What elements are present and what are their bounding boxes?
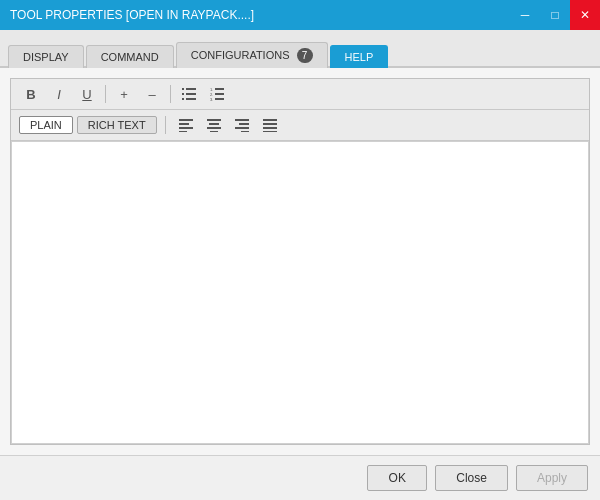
ordered-list-button[interactable]: 1. 2. 3. (205, 83, 229, 105)
main-content: B I U + – (0, 68, 600, 455)
apply-button[interactable]: Apply (516, 465, 588, 491)
underline-button[interactable]: U (75, 83, 99, 105)
svg-rect-0 (182, 88, 184, 90)
svg-rect-24 (263, 119, 277, 121)
svg-rect-11 (215, 98, 224, 100)
svg-rect-12 (179, 119, 193, 121)
svg-rect-13 (179, 123, 189, 125)
align-justify-button[interactable] (258, 114, 282, 136)
svg-rect-4 (182, 98, 184, 100)
editor-toolbar: B I U + – (11, 79, 589, 110)
increase-button[interactable]: + (112, 83, 136, 105)
editor-container: B I U + – (10, 78, 590, 445)
unordered-list-button[interactable] (177, 83, 201, 105)
footer: OK Close Apply (0, 455, 600, 500)
svg-rect-14 (179, 127, 193, 129)
align-center-button[interactable] (202, 114, 226, 136)
title-bar: TOOL PROPERTIES [OPEN IN RAYPACK....] ─ … (0, 0, 600, 30)
minimize-button[interactable]: ─ (510, 0, 540, 30)
title-bar-text: TOOL PROPERTIES [OPEN IN RAYPACK....] (10, 8, 254, 22)
svg-rect-16 (207, 119, 221, 121)
maximize-button[interactable]: □ (540, 0, 570, 30)
svg-rect-25 (263, 123, 277, 125)
tab-configurations[interactable]: CONFIGURATIONS 7 (176, 42, 328, 68)
rich-text-toggle-button[interactable]: RICH TEXT (77, 116, 157, 134)
title-bar-buttons: ─ □ ✕ (510, 0, 600, 30)
close-button[interactable]: Close (435, 465, 508, 491)
svg-rect-5 (186, 98, 196, 100)
editor-body[interactable] (11, 141, 589, 444)
toolbar-separator-2 (170, 85, 171, 103)
svg-text:3.: 3. (210, 97, 213, 101)
configurations-badge: 7 (297, 48, 313, 63)
svg-rect-20 (235, 119, 249, 121)
svg-rect-18 (207, 127, 221, 129)
align-right-button[interactable] (230, 114, 254, 136)
subtoolbar-separator (165, 116, 166, 134)
plain-toggle-button[interactable]: PLAIN (19, 116, 73, 134)
tab-bar: DISPLAY COMMAND CONFIGURATIONS 7 HELP (0, 30, 600, 68)
bold-button[interactable]: B (19, 83, 43, 105)
ok-button[interactable]: OK (367, 465, 427, 491)
svg-rect-23 (241, 131, 249, 132)
svg-rect-7 (215, 88, 224, 90)
align-left-button[interactable] (174, 114, 198, 136)
close-window-button[interactable]: ✕ (570, 0, 600, 30)
svg-rect-17 (209, 123, 219, 125)
svg-rect-15 (179, 131, 187, 132)
tab-help[interactable]: HELP (330, 45, 389, 68)
svg-rect-22 (235, 127, 249, 129)
svg-rect-21 (239, 123, 249, 125)
svg-rect-9 (215, 93, 224, 95)
tab-command[interactable]: COMMAND (86, 45, 174, 68)
italic-button[interactable]: I (47, 83, 71, 105)
decrease-button[interactable]: – (140, 83, 164, 105)
editor-subtoolbar: PLAIN RICH TEXT (11, 110, 589, 141)
toolbar-separator-1 (105, 85, 106, 103)
svg-rect-26 (263, 127, 277, 129)
svg-rect-3 (186, 93, 196, 95)
svg-rect-27 (263, 131, 277, 132)
svg-rect-2 (182, 93, 184, 95)
tab-display[interactable]: DISPLAY (8, 45, 84, 68)
svg-rect-1 (186, 88, 196, 90)
svg-rect-19 (210, 131, 218, 132)
